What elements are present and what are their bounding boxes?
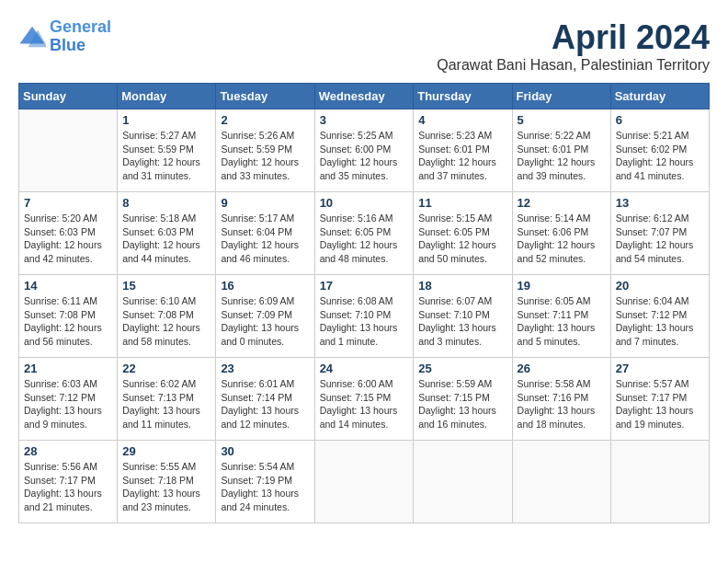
day-number: 27 bbox=[616, 362, 704, 375]
week-row-2: 7Sunrise: 5:20 AMSunset: 6:03 PMDaylight… bbox=[19, 192, 710, 275]
day-number: 8 bbox=[122, 196, 210, 210]
day-number: 9 bbox=[221, 196, 309, 210]
week-row-3: 14Sunrise: 6:11 AMSunset: 7:08 PMDayligh… bbox=[19, 275, 710, 358]
calendar-cell: 30Sunrise: 5:54 AMSunset: 7:19 PMDayligh… bbox=[216, 441, 314, 523]
day-info: Sunrise: 6:01 AMSunset: 7:14 PMDaylight:… bbox=[221, 377, 309, 431]
week-row-1: 1Sunrise: 5:27 AMSunset: 5:59 PMDaylight… bbox=[19, 109, 710, 192]
calendar-cell: 21Sunrise: 6:03 AMSunset: 7:12 PMDayligh… bbox=[19, 358, 118, 441]
calendar-cell bbox=[512, 441, 610, 523]
calendar-cell bbox=[314, 441, 414, 523]
page-header: General Blue April 2024 Qarawat Bani Has… bbox=[18, 18, 710, 74]
calendar-cell: 5Sunrise: 5:22 AMSunset: 6:01 PMDaylight… bbox=[512, 109, 610, 192]
calendar-cell: 28Sunrise: 5:56 AMSunset: 7:17 PMDayligh… bbox=[19, 441, 118, 523]
day-number: 25 bbox=[418, 362, 506, 375]
day-number: 11 bbox=[418, 196, 506, 210]
day-number: 22 bbox=[122, 362, 210, 375]
calendar-header-row: SundayMondayTuesdayWednesdayThursdayFrid… bbox=[19, 84, 710, 109]
calendar-cell: 8Sunrise: 5:18 AMSunset: 6:03 PMDaylight… bbox=[118, 192, 216, 275]
calendar-cell: 1Sunrise: 5:27 AMSunset: 5:59 PMDaylight… bbox=[118, 109, 216, 192]
calendar-cell bbox=[414, 441, 512, 523]
week-row-4: 21Sunrise: 6:03 AMSunset: 7:12 PMDayligh… bbox=[19, 358, 710, 441]
day-info: Sunrise: 5:54 AMSunset: 7:19 PMDaylight:… bbox=[221, 460, 309, 514]
day-info: Sunrise: 6:08 AMSunset: 7:10 PMDaylight:… bbox=[320, 294, 409, 349]
day-number: 4 bbox=[418, 113, 506, 127]
calendar-cell: 15Sunrise: 6:10 AMSunset: 7:08 PMDayligh… bbox=[118, 275, 216, 358]
day-number: 23 bbox=[221, 362, 309, 375]
calendar-cell: 4Sunrise: 5:23 AMSunset: 6:01 PMDaylight… bbox=[414, 109, 512, 192]
calendar-cell: 7Sunrise: 5:20 AMSunset: 6:03 PMDaylight… bbox=[19, 192, 118, 275]
day-number: 3 bbox=[320, 113, 409, 127]
day-number: 30 bbox=[221, 444, 309, 458]
day-info: Sunrise: 6:09 AMSunset: 7:09 PMDaylight:… bbox=[221, 294, 309, 349]
title-block: April 2024 Qarawat Bani Hasan, Palestini… bbox=[437, 18, 710, 74]
calendar-cell: 11Sunrise: 5:15 AMSunset: 6:05 PMDayligh… bbox=[414, 192, 512, 275]
day-info: Sunrise: 6:02 AMSunset: 7:13 PMDaylight:… bbox=[122, 377, 210, 431]
day-number: 10 bbox=[320, 196, 409, 210]
day-info: Sunrise: 5:25 AMSunset: 6:00 PMDaylight:… bbox=[320, 129, 409, 183]
calendar-cell: 29Sunrise: 5:55 AMSunset: 7:18 PMDayligh… bbox=[118, 441, 216, 523]
day-number: 14 bbox=[24, 279, 112, 293]
day-info: Sunrise: 5:56 AMSunset: 7:17 PMDaylight:… bbox=[24, 460, 112, 514]
day-info: Sunrise: 6:05 AMSunset: 7:11 PMDaylight:… bbox=[518, 294, 606, 349]
day-number: 5 bbox=[518, 113, 606, 127]
day-info: Sunrise: 5:14 AMSunset: 6:06 PMDaylight:… bbox=[518, 212, 606, 266]
calendar-cell: 19Sunrise: 6:05 AMSunset: 7:11 PMDayligh… bbox=[512, 275, 610, 358]
month-title: April 2024 bbox=[437, 18, 710, 57]
day-number: 29 bbox=[122, 444, 210, 458]
day-info: Sunrise: 5:59 AMSunset: 7:15 PMDaylight:… bbox=[418, 377, 506, 431]
calendar-cell: 16Sunrise: 6:09 AMSunset: 7:09 PMDayligh… bbox=[216, 275, 314, 358]
day-info: Sunrise: 5:21 AMSunset: 6:02 PMDaylight:… bbox=[616, 129, 704, 183]
column-header-sunday: Sunday bbox=[19, 84, 118, 109]
day-number: 15 bbox=[122, 279, 210, 293]
column-header-wednesday: Wednesday bbox=[314, 84, 414, 109]
day-number: 21 bbox=[24, 362, 112, 375]
calendar-cell: 22Sunrise: 6:02 AMSunset: 7:13 PMDayligh… bbox=[118, 358, 216, 441]
day-number: 17 bbox=[320, 279, 409, 293]
column-header-tuesday: Tuesday bbox=[216, 84, 314, 109]
calendar-cell: 18Sunrise: 6:07 AMSunset: 7:10 PMDayligh… bbox=[414, 275, 512, 358]
day-info: Sunrise: 6:11 AMSunset: 7:08 PMDaylight:… bbox=[24, 294, 112, 349]
location-title: Qarawat Bani Hasan, Palestinian Territor… bbox=[437, 57, 710, 74]
day-number: 26 bbox=[518, 362, 606, 375]
column-header-friday: Friday bbox=[512, 84, 610, 109]
day-info: Sunrise: 5:57 AMSunset: 7:17 PMDaylight:… bbox=[616, 377, 704, 431]
day-info: Sunrise: 5:55 AMSunset: 7:18 PMDaylight:… bbox=[122, 460, 210, 514]
day-number: 16 bbox=[221, 279, 309, 293]
day-info: Sunrise: 5:23 AMSunset: 6:01 PMDaylight:… bbox=[418, 129, 506, 183]
day-info: Sunrise: 6:04 AMSunset: 7:12 PMDaylight:… bbox=[616, 294, 704, 349]
logo-text: General Blue bbox=[50, 18, 111, 55]
day-number: 28 bbox=[24, 444, 112, 458]
day-number: 1 bbox=[122, 113, 210, 127]
calendar-cell: 6Sunrise: 5:21 AMSunset: 6:02 PMDaylight… bbox=[610, 109, 709, 192]
day-info: Sunrise: 6:03 AMSunset: 7:12 PMDaylight:… bbox=[24, 377, 112, 431]
column-header-thursday: Thursday bbox=[414, 84, 512, 109]
calendar-cell: 17Sunrise: 6:08 AMSunset: 7:10 PMDayligh… bbox=[314, 275, 414, 358]
calendar-cell: 27Sunrise: 5:57 AMSunset: 7:17 PMDayligh… bbox=[610, 358, 709, 441]
day-number: 2 bbox=[221, 113, 309, 127]
day-info: Sunrise: 5:16 AMSunset: 6:05 PMDaylight:… bbox=[320, 212, 409, 266]
day-number: 6 bbox=[616, 113, 704, 127]
day-info: Sunrise: 6:10 AMSunset: 7:08 PMDaylight:… bbox=[122, 294, 210, 349]
calendar-cell: 20Sunrise: 6:04 AMSunset: 7:12 PMDayligh… bbox=[610, 275, 709, 358]
day-info: Sunrise: 5:27 AMSunset: 5:59 PMDaylight:… bbox=[122, 129, 210, 183]
calendar-cell: 9Sunrise: 5:17 AMSunset: 6:04 PMDaylight… bbox=[216, 192, 314, 275]
calendar-cell: 25Sunrise: 5:59 AMSunset: 7:15 PMDayligh… bbox=[414, 358, 512, 441]
day-info: Sunrise: 6:07 AMSunset: 7:10 PMDaylight:… bbox=[418, 294, 506, 349]
day-number: 12 bbox=[518, 196, 606, 210]
day-info: Sunrise: 5:18 AMSunset: 6:03 PMDaylight:… bbox=[122, 212, 210, 266]
calendar-cell: 26Sunrise: 5:58 AMSunset: 7:16 PMDayligh… bbox=[512, 358, 610, 441]
day-number: 13 bbox=[616, 196, 704, 210]
day-info: Sunrise: 5:58 AMSunset: 7:16 PMDaylight:… bbox=[518, 377, 606, 431]
calendar-cell: 14Sunrise: 6:11 AMSunset: 7:08 PMDayligh… bbox=[19, 275, 118, 358]
day-number: 24 bbox=[320, 362, 409, 375]
calendar-cell: 12Sunrise: 5:14 AMSunset: 6:06 PMDayligh… bbox=[512, 192, 610, 275]
calendar-cell: 3Sunrise: 5:25 AMSunset: 6:00 PMDaylight… bbox=[314, 109, 414, 192]
week-row-5: 28Sunrise: 5:56 AMSunset: 7:17 PMDayligh… bbox=[19, 441, 710, 523]
calendar-cell bbox=[610, 441, 709, 523]
logo: General Blue bbox=[18, 18, 111, 55]
column-header-monday: Monday bbox=[118, 84, 216, 109]
calendar-cell: 23Sunrise: 6:01 AMSunset: 7:14 PMDayligh… bbox=[216, 358, 314, 441]
calendar-cell bbox=[19, 109, 118, 192]
day-info: Sunrise: 5:20 AMSunset: 6:03 PMDaylight:… bbox=[24, 212, 112, 266]
day-number: 7 bbox=[24, 196, 112, 210]
